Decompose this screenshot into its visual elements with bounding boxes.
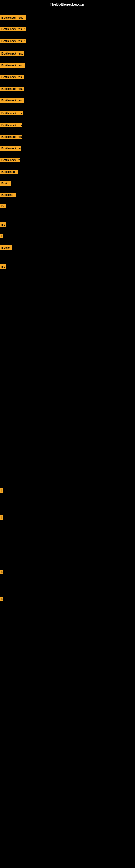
bottleneck-badge: Bottleneck result [0,39,26,43]
bottleneck-badge: Bottle [0,246,12,250]
bottleneck-badge: Bottleneck result [0,75,24,79]
bottleneck-badge: Bottleneck res [0,134,22,139]
site-title: TheBottlenecker.com [0,0,135,9]
bottleneck-badge: Bottleneck result [0,27,26,31]
bottleneck-badge: Bottleneck result [0,98,24,102]
bottleneck-badge: Bottleneck result [0,51,24,56]
bottleneck-badge: B [0,234,3,238]
site-title-text: TheBottlenecker.com [50,2,85,6]
bottleneck-badge: Bottleneck result [0,87,24,91]
bottleneck-badge: Bo [0,265,6,269]
bottleneck-badge: Bottleneck result [0,111,23,115]
bottleneck-badge: Bo [0,222,6,227]
bottleneck-badge: Bottleneck re [0,158,20,162]
bottleneck-badge: Bott [0,181,11,186]
bottleneck-badge: Bottlenec [0,169,17,174]
bottleneck-badge: B [0,569,3,574]
bottleneck-badge: Bo [0,204,6,208]
bottleneck-badge: Bottleneck res [0,146,21,151]
bottleneck-badge: B [0,597,3,601]
bottleneck-badge: | [0,516,3,520]
bottleneck-badge: Bottleneck resu [0,123,22,127]
bottleneck-badge: Bottleneck result [0,63,25,67]
bottleneck-badge: Bottlene [0,193,16,197]
bottleneck-badge: Bottleneck result [0,16,26,20]
bottleneck-badge: | [0,488,3,493]
